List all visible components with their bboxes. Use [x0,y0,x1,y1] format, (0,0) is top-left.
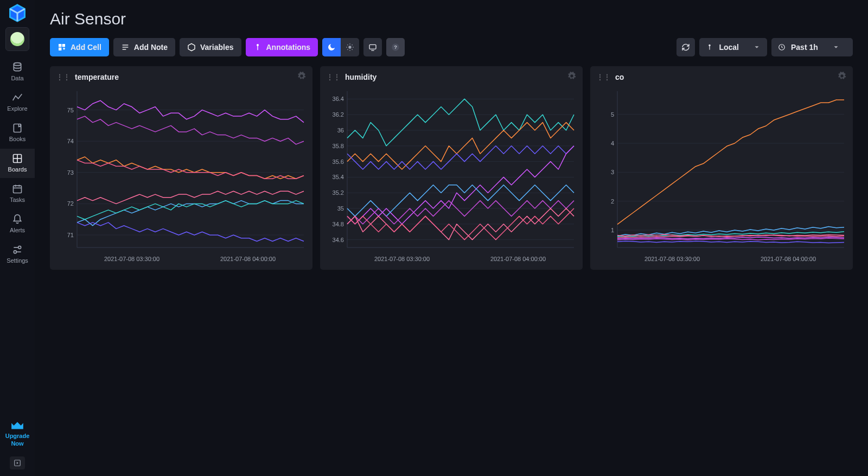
sidebar-item-label: Tasks [10,196,25,203]
sidebar-item-tasks[interactable]: Tasks [0,179,35,208]
timezone-dropdown[interactable]: Local [699,38,767,56]
dropdown-value: Local [719,43,739,52]
chart-plot[interactable]: 12345 [597,85,846,253]
cell-settings-button[interactable] [838,72,846,82]
button-label: Add Cell [71,43,101,52]
svg-line-31 [347,49,348,50]
add-note-button[interactable]: Add Note [113,38,175,56]
svg-text:35.4: 35.4 [333,174,344,180]
sidebar-item-data[interactable]: Data [0,58,35,87]
svg-marker-21 [188,43,195,50]
cell-humidity: ⋮⋮ humidity 34.634.83535.235.435.635.836… [320,66,583,270]
cell-title: humidity [345,73,376,81]
svg-text:?: ? [394,45,397,50]
svg-rect-7 [14,186,22,193]
svg-text:36: 36 [337,127,344,134]
svg-point-2 [14,63,21,66]
chevron-down-icon [832,43,840,51]
svg-marker-12 [17,462,18,465]
svg-text:2: 2 [611,198,614,205]
svg-text:71: 71 [67,232,74,238]
time-range-dropdown[interactable]: Past 1h [771,38,853,56]
button-label: Add Note [134,43,168,52]
cell-title: co [615,73,624,81]
svg-marker-39 [755,46,759,48]
cell-co: ⋮⋮ co 12345 2021-07-08 03:30:002021-07-0… [590,66,853,270]
svg-text:35.6: 35.6 [333,158,344,165]
sidebar-item-settings[interactable]: Settings [0,240,35,269]
svg-line-30 [352,49,353,50]
user-avatar[interactable] [5,27,29,51]
button-label: Variables [200,43,234,52]
x-axis-labels: 2021-07-08 03:30:002021-07-08 04:00:00 [56,256,306,262]
sidebar-item-label: Explore [7,105,27,112]
app-logo-icon[interactable] [8,3,27,23]
refresh-button[interactable] [676,38,695,56]
presentation-mode-button[interactable] [363,38,382,56]
svg-rect-23 [257,46,258,50]
svg-rect-33 [369,45,376,49]
main-content: Air Sensor Add Cell Add Note Variables A… [35,0,868,476]
svg-line-29 [347,45,348,45]
add-cell-button[interactable]: Add Cell [50,38,109,56]
theme-light-button[interactable] [341,38,359,56]
theme-dark-button[interactable] [322,38,341,56]
drag-handle-icon[interactable]: ⋮⋮ [327,73,341,81]
svg-text:36.4: 36.4 [333,96,344,102]
svg-rect-14 [62,44,65,47]
upgrade-now-button[interactable]: Upgrade Now [0,421,35,447]
cell-settings-button[interactable] [297,72,306,82]
sidebar-item-label: Boards [8,166,27,173]
svg-text:5: 5 [611,111,614,118]
sidebar-item-label: Settings [7,257,28,264]
svg-rect-17 [63,48,64,50]
sidebar-item-label: Books [9,136,26,142]
cell-temperature: ⋮⋮ temperature 7172737475 2021-07-08 03:… [50,66,312,270]
svg-rect-15 [59,48,61,50]
svg-text:1: 1 [611,227,614,233]
svg-rect-38 [710,46,710,50]
cell-title: temperature [75,73,119,81]
variables-button[interactable]: Variables [180,38,241,56]
svg-text:75: 75 [67,107,74,113]
chevron-down-icon [753,43,761,51]
svg-text:72: 72 [67,200,74,207]
svg-text:35: 35 [337,205,344,212]
cell-settings-button[interactable] [567,72,576,82]
svg-text:35.2: 35.2 [333,189,344,196]
button-label: Annotations [266,43,311,52]
svg-text:4: 4 [611,140,614,147]
chart-plot[interactable]: 7172737475 [56,85,306,253]
upgrade-label-2: Now [11,440,23,447]
sidebar-item-label: Alerts [10,227,25,233]
svg-text:74: 74 [67,138,74,144]
chart-plot[interactable]: 34.634.83535.235.435.635.83636.236.4 [327,85,576,253]
sidebar-item-explore[interactable]: Explore [0,88,35,117]
sidebar: Data Explore Books Boards Tasks Alerts S… [0,0,35,476]
upgrade-label-1: Upgrade [5,433,30,439]
svg-text:36.2: 36.2 [333,111,344,118]
sidebar-item-books[interactable]: Books [0,118,35,148]
dashboard-cells: ⋮⋮ temperature 7172737475 2021-07-08 03:… [50,66,853,270]
svg-text:35.8: 35.8 [333,143,344,149]
theme-toggle [322,38,359,56]
svg-line-32 [352,45,353,45]
drag-handle-icon[interactable]: ⋮⋮ [56,73,71,81]
sidebar-item-alerts[interactable]: Alerts [0,210,35,239]
annotations-button[interactable]: Annotations [246,38,318,56]
svg-point-24 [348,46,351,48]
collapse-sidebar-button[interactable] [10,456,25,469]
svg-marker-41 [834,46,838,48]
sidebar-item-label: Data [11,75,23,81]
svg-text:3: 3 [611,169,614,175]
page-title: Air Sensor [50,10,853,28]
drag-handle-icon[interactable]: ⋮⋮ [597,73,611,81]
dropdown-value: Past 1h [791,43,818,52]
x-axis-labels: 2021-07-08 03:30:002021-07-08 04:00:00 [327,256,576,262]
sidebar-item-boards[interactable]: Boards [0,149,35,178]
svg-text:73: 73 [67,169,74,176]
x-axis-labels: 2021-07-08 03:30:002021-07-08 04:00:00 [597,256,846,262]
help-button[interactable]: ? [386,38,405,56]
svg-rect-13 [59,44,61,47]
svg-text:34.8: 34.8 [333,221,344,227]
